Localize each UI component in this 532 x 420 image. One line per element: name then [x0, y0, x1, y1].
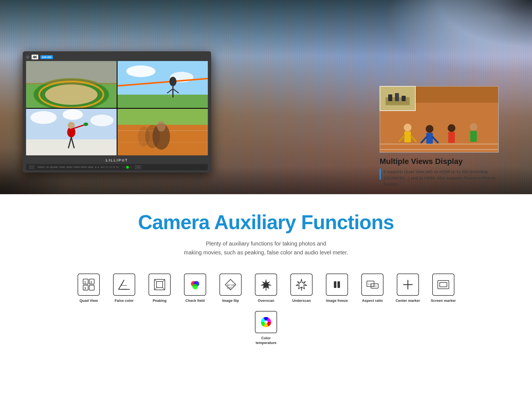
color-temperature-icon-box [255, 311, 277, 333]
peaking-icon-box [149, 274, 171, 296]
svg-text:1: 1 [84, 280, 86, 284]
false-color-label: False color [115, 298, 134, 303]
badge-4k: 4K [32, 55, 38, 59]
feature-center-marker: Center marker [394, 274, 422, 303]
svg-line-67 [154, 288, 157, 290]
svg-rect-45 [448, 132, 455, 143]
status-led-green [126, 166, 129, 168]
image-flip-icon: 90° 180° 270° [224, 278, 237, 292]
feature-underscan: Underscan [288, 274, 315, 303]
svg-line-65 [154, 279, 157, 282]
svg-rect-87 [440, 282, 447, 287]
screen-marker-icon [436, 278, 450, 292]
monitor-corner-dot [26, 55, 29, 59]
check-field-icon-box [184, 274, 206, 296]
right-panel: Multiple Views Display It supports Quad … [380, 86, 499, 188]
image-flip-label: Image flip [222, 298, 239, 303]
svg-rect-52 [388, 94, 392, 101]
feature-screen-marker: Screen marker [429, 274, 457, 303]
monitor-screen [26, 61, 208, 155]
image-freeze-label: Image freeze [326, 298, 348, 303]
svg-rect-53 [395, 93, 399, 101]
svg-rect-61 [89, 285, 94, 290]
svg-text:2: 2 [90, 280, 92, 284]
aspect-ratio-icon-box: 4:3 16:9 [361, 274, 383, 296]
dark-corner-tr [421, 0, 532, 55]
svg-point-71 [192, 284, 198, 289]
feature-aspect-ratio: 4:3 16:9 Aspect ratio [359, 274, 386, 303]
top-section: 4K 12G-SDI [0, 0, 532, 194]
quad-1-image [26, 61, 117, 108]
svg-point-46 [470, 123, 477, 131]
quad-4-image [117, 109, 208, 156]
quad-view-icon-box: 1 2 3 [78, 274, 100, 296]
svg-point-25 [83, 122, 88, 126]
check-field-icon [188, 278, 202, 292]
svg-point-16 [30, 111, 57, 124]
headphone-icon [130, 166, 132, 168]
svg-point-36 [404, 124, 411, 131]
check-field-label: Check field [185, 298, 204, 303]
quad-screen-3 [26, 109, 117, 156]
monitor-body: 4K 12G-SDI [23, 51, 211, 173]
quad-screen-4 [117, 109, 208, 156]
pip-display [380, 86, 499, 153]
svg-point-17 [63, 109, 83, 120]
svg-text:4:3: 4:3 [368, 283, 371, 285]
monitor-brand-bar: LILLIPUT [26, 156, 208, 164]
svg-rect-1 [26, 83, 117, 108]
quad-view-label: Quad View [80, 298, 98, 303]
false-color-icon [117, 278, 131, 292]
svg-rect-41 [426, 133, 433, 144]
speaker-grille [29, 165, 34, 169]
multi-view-description: It supports Quad View with 4x HDMI or 1x… [380, 169, 499, 188]
peaking-icon [153, 278, 167, 292]
overscan-icon [259, 278, 273, 292]
multi-view-title: Multiple Views Display [380, 157, 499, 166]
screen-marker-label: Screen marker [431, 298, 456, 303]
feature-false-color: False color [110, 274, 138, 303]
aspect-ratio-label: Aspect ratio [362, 298, 383, 303]
feature-overscan: Overscan [252, 274, 280, 303]
feature-peaking: Peaking [146, 274, 173, 303]
screen-marker-icon-box [432, 274, 454, 296]
section-subtitle: Plenty of auxiliary functions for taking… [6, 239, 526, 257]
svg-point-7 [126, 65, 155, 77]
svg-rect-78 [334, 281, 336, 288]
svg-point-5 [39, 82, 103, 108]
color-temperature-label: Color temperature [252, 336, 280, 345]
monitor-unit: 4K 12G-SDI [23, 51, 211, 173]
quad-2-image [117, 61, 208, 108]
accent-bar [380, 169, 381, 180]
svg-line-68 [163, 288, 165, 290]
badge-sdi: 12G-SDI [40, 55, 53, 59]
image-freeze-icon-box [326, 274, 348, 296]
multi-view-text: It supports Quad View with 4x HDMI or 1x… [383, 169, 499, 188]
quad-3-image [26, 109, 117, 156]
overscan-icon-box [255, 274, 277, 296]
underscan-icon-box [290, 274, 313, 296]
pip-overlay [380, 86, 416, 111]
svg-rect-6 [117, 61, 208, 95]
brand-name: LILLIPUT [29, 158, 205, 162]
center-marker-icon [401, 278, 415, 292]
image-freeze-icon [330, 278, 344, 292]
monitor-top-bar: 4K 12G-SDI [26, 55, 208, 59]
svg-point-18 [90, 115, 114, 126]
svg-rect-0 [26, 61, 117, 83]
feature-image-freeze: Image freeze [323, 274, 351, 303]
svg-text:90°: 90° [227, 284, 231, 287]
center-marker-label: Center marker [396, 298, 420, 303]
peaking-label: Peaking [153, 298, 167, 303]
svg-point-2 [33, 79, 109, 108]
feature-check-field: Check field [181, 274, 209, 303]
svg-point-89 [264, 320, 268, 324]
aspect-ratio-icon: 4:3 16:9 [365, 278, 379, 292]
svg-rect-54 [402, 96, 406, 101]
ctrl-labels: SINGLE 2SI SQUARE HDMI1 HDMI2 HDMI3 HDMI… [38, 166, 119, 168]
feature-color-temperature: Color temperature [252, 311, 280, 345]
svg-rect-64 [157, 282, 163, 288]
svg-point-40 [426, 125, 433, 133]
bottom-section: Camera Auxiliary Functions Plenty of aux… [0, 194, 532, 362]
false-color-icon-box [113, 274, 135, 296]
